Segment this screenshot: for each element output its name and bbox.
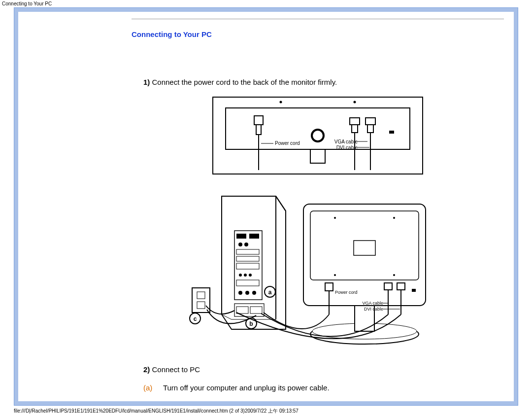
svg-rect-7 [256, 125, 261, 135]
svg-rect-30 [236, 256, 259, 261]
footer-path: file:///D|/Rachel/PHILIPS/191E1/191E1%20… [0, 406, 532, 417]
d2-vga-label: VGA cable [362, 301, 383, 306]
step-1-text: Connect the power cord to the back of th… [150, 78, 337, 86]
svg-rect-6 [254, 116, 263, 125]
svg-rect-13 [366, 118, 375, 125]
marker-a: a [268, 289, 272, 296]
svg-point-5 [312, 130, 324, 141]
svg-point-33 [244, 274, 247, 277]
inner-frame: Connecting to Your PC 1) Connect the pow… [18, 12, 514, 401]
svg-point-36 [238, 291, 242, 295]
d1-dvi-label: DVI cable [336, 145, 358, 150]
d1-vga-label: VGA cable [334, 139, 358, 144]
svg-rect-16 [389, 131, 394, 134]
svg-rect-26 [249, 234, 259, 239]
pc-and-monitor-diagram-icon: a b c [187, 191, 448, 349]
svg-point-55 [334, 274, 336, 276]
marker-c: c [194, 315, 197, 322]
step-2-text: Connect to PC [150, 365, 200, 374]
divider [132, 19, 504, 19]
svg-rect-25 [236, 234, 246, 239]
svg-rect-45 [197, 292, 205, 299]
svg-point-27 [238, 243, 242, 246]
svg-rect-64 [412, 289, 416, 292]
step-1: 1) Connect the power cord to the back of… [143, 78, 504, 86]
svg-point-2 [280, 101, 282, 104]
svg-point-56 [393, 274, 395, 276]
svg-point-54 [393, 217, 395, 219]
svg-rect-46 [197, 302, 205, 309]
svg-point-32 [239, 274, 242, 277]
monitor-back-diagram-icon: Power cord VGA cable DVI cable [212, 96, 424, 175]
svg-rect-57 [354, 241, 375, 255]
svg-rect-10 [350, 118, 360, 125]
outer-frame: Connecting to Your PC 1) Connect the pow… [14, 7, 518, 406]
svg-point-28 [244, 243, 248, 246]
svg-rect-58 [325, 283, 333, 291]
svg-rect-29 [236, 249, 259, 254]
svg-point-3 [354, 101, 356, 104]
svg-point-37 [245, 291, 249, 295]
svg-point-34 [249, 274, 252, 277]
step-2-number: 2) [143, 365, 150, 374]
svg-rect-41 [250, 307, 262, 314]
substep-a-letter: (a) [143, 383, 161, 392]
svg-rect-4 [310, 149, 325, 163]
d1-power-cord-label: Power cord [275, 140, 300, 146]
svg-rect-14 [367, 125, 373, 133]
marker-b: b [249, 320, 253, 327]
d2-dvi-label: DVI cable [364, 307, 383, 312]
diagram-1: Power cord VGA cable DVI cable [132, 96, 504, 176]
svg-rect-11 [352, 125, 358, 133]
step-1-number: 1) [143, 78, 150, 86]
svg-point-53 [334, 217, 336, 219]
substep-a-text: Turn off your computer and unplug its po… [163, 383, 330, 392]
svg-rect-62 [397, 283, 405, 290]
substep-a: (a) Turn off your computer and unplug it… [143, 383, 504, 392]
section-title: Connecting to Your PC [132, 30, 504, 38]
svg-rect-40 [236, 307, 248, 314]
diagram-2: a b c [132, 191, 504, 350]
svg-rect-60 [384, 283, 392, 290]
step-2: 2) Connect to PC [143, 365, 504, 374]
svg-rect-35 [236, 280, 259, 286]
svg-point-38 [252, 291, 256, 295]
d2-power-label: Power cord [335, 290, 358, 295]
header-page-label: Connecting to Your PC [0, 0, 532, 7]
svg-rect-31 [236, 263, 259, 269]
